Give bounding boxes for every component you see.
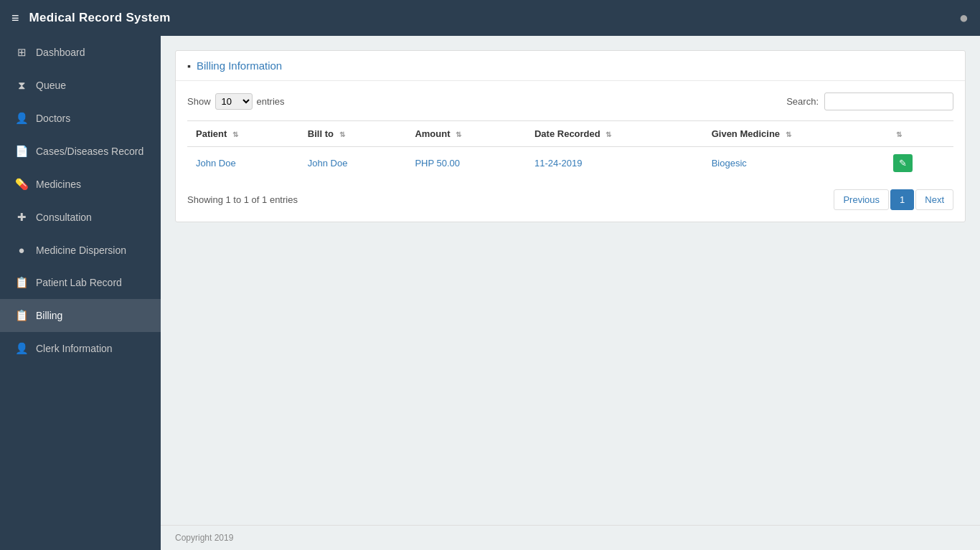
card-header: ▪ Billing Information (176, 51, 965, 81)
table-row: John Doe John Doe PHP 50.00 11-24-2019 B… (187, 147, 953, 180)
pagination: Previous 1 Next (834, 189, 953, 210)
amount-sort-icon[interactable]: ⇅ (456, 131, 461, 138)
content-area: ▪ Billing Information Show 10 25 50 100 (161, 36, 980, 525)
patient-lab-icon: 📋 (14, 276, 29, 289)
table-header-row: Patient ⇅ Bill to ⇅ Amount ⇅ Date Record… (187, 121, 953, 147)
previous-button[interactable]: Previous (834, 189, 889, 210)
medicine-dispersion-icon: ● (14, 244, 29, 256)
app-title: Medical Record System (29, 11, 171, 25)
dashboard-icon: ⊞ (14, 46, 29, 59)
sidebar-item-consultation[interactable]: ✚ Consultation (0, 201, 161, 234)
billing-table: Patient ⇅ Bill to ⇅ Amount ⇅ Date Record… (187, 120, 953, 179)
navbar: ≡ Medical Record System ● (0, 0, 980, 36)
card-body: Show 10 25 50 100 entries Search: (176, 81, 965, 222)
col-bill-to: Bill to ⇅ (299, 121, 407, 147)
col-given-medicine: Given Medicine ⇅ (703, 121, 885, 147)
sidebar-item-doctors[interactable]: 👤 Doctors (0, 102, 161, 135)
edit-button[interactable]: ✎ (893, 154, 913, 172)
sidebar-label-queue: Queue (36, 80, 66, 91)
sidebar-label-billing: Billing (36, 310, 62, 321)
sidebar-item-patient-lab[interactable]: 📋 Patient Lab Record (0, 266, 161, 299)
sidebar-label-medicine-dispersion: Medicine Dispersion (36, 245, 126, 256)
bill-to-sort-icon[interactable]: ⇅ (339, 131, 345, 138)
medicine-sort-icon[interactable]: ⇅ (786, 131, 791, 138)
action-cell: ✎ (885, 147, 953, 180)
amount-cell: PHP 50.00 (406, 147, 526, 180)
sidebar: ⊞ Dashboard ⧗ Queue 👤 Doctors 📄 Cases/Di… (0, 36, 161, 550)
sidebar-item-cases[interactable]: 📄 Cases/Diseases Record (0, 135, 161, 168)
show-entries: Show 10 25 50 100 entries (187, 93, 285, 110)
bill-to-cell: John Doe (299, 147, 407, 180)
entries-label: entries (257, 96, 285, 107)
doctors-icon: 👤 (14, 112, 29, 125)
patient-cell: John Doe (187, 147, 299, 180)
entries-select[interactable]: 10 25 50 100 (215, 93, 253, 110)
date-sort-icon[interactable]: ⇅ (606, 131, 611, 138)
queue-icon: ⧗ (14, 79, 29, 92)
navbar-left: ≡ Medical Record System (11, 11, 171, 26)
clerk-icon: 👤 (14, 342, 29, 355)
medicines-icon: 💊 (14, 178, 29, 191)
table-controls: Show 10 25 50 100 entries Search: (187, 93, 953, 110)
sidebar-item-medicines[interactable]: 💊 Medicines (0, 168, 161, 201)
next-button[interactable]: Next (915, 189, 953, 210)
search-input[interactable] (824, 93, 953, 110)
sidebar-label-clerk: Clerk Information (36, 343, 113, 354)
table-body: John Doe John Doe PHP 50.00 11-24-2019 B… (187, 147, 953, 180)
sidebar-label-medicines: Medicines (36, 179, 81, 190)
main-content: ▪ Billing Information Show 10 25 50 100 (161, 36, 980, 550)
sidebar-label-consultation: Consultation (36, 212, 92, 223)
search-label: Search: (786, 96, 819, 107)
sidebar-label-patient-lab: Patient Lab Record (36, 277, 122, 288)
col-action: ⇅ (885, 121, 953, 147)
cases-icon: 📄 (14, 145, 29, 158)
action-sort-icon[interactable]: ⇅ (896, 131, 902, 138)
layout: ⊞ Dashboard ⧗ Queue 👤 Doctors 📄 Cases/Di… (0, 36, 980, 550)
showing-text: Showing 1 to 1 of 1 entries (187, 194, 298, 205)
col-patient: Patient ⇅ (187, 121, 299, 147)
navbar-right: ● (959, 9, 969, 27)
footer: Copyright 2019 (161, 525, 980, 550)
hamburger-icon[interactable]: ≡ (11, 11, 19, 26)
sidebar-label-doctors: Doctors (36, 113, 70, 124)
col-date-recorded: Date Recorded ⇅ (526, 121, 703, 147)
date-recorded-cell: 11-24-2019 (526, 147, 703, 180)
billing-icon: 📋 (14, 309, 29, 322)
sidebar-item-medicine-dispersion[interactable]: ● Medicine Dispersion (0, 234, 161, 266)
table-footer: Showing 1 to 1 of 1 entries Previous 1 N… (187, 189, 953, 210)
sidebar-item-dashboard[interactable]: ⊞ Dashboard (0, 36, 161, 69)
card-header-title: Billing Information (197, 60, 282, 72)
given-medicine-cell: Biogesic (703, 147, 885, 180)
sidebar-item-clerk[interactable]: 👤 Clerk Information (0, 332, 161, 365)
card-header-icon: ▪ (187, 60, 191, 72)
user-icon-button[interactable]: ● (959, 9, 969, 27)
sidebar-item-queue[interactable]: ⧗ Queue (0, 69, 161, 102)
consultation-icon: ✚ (14, 211, 29, 224)
col-amount: Amount ⇅ (406, 121, 526, 147)
patient-sort-icon[interactable]: ⇅ (232, 131, 238, 138)
sidebar-label-dashboard: Dashboard (36, 47, 85, 58)
page-1-button[interactable]: 1 (890, 189, 914, 210)
copyright-text: Copyright 2019 (175, 533, 233, 543)
billing-card: ▪ Billing Information Show 10 25 50 100 (175, 50, 966, 222)
sidebar-item-billing[interactable]: 📋 Billing (0, 299, 161, 332)
show-label: Show (187, 96, 211, 107)
search-control: Search: (786, 93, 953, 110)
sidebar-label-cases: Cases/Diseases Record (36, 146, 143, 157)
